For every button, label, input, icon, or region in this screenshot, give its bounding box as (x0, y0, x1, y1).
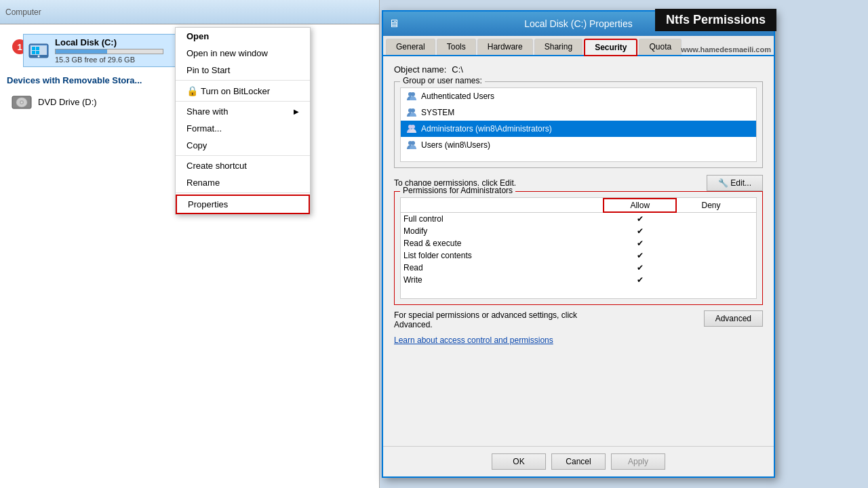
perm-allow-modify: ✔ (604, 225, 676, 237)
user-item-users[interactable]: Users (win8\Users) (401, 137, 756, 153)
context-menu: Open Open in new window Pin to Start 🔒 T… (175, 27, 311, 215)
svg-point-17 (411, 125, 415, 129)
website-text: www.hamedesmaeili.com (681, 45, 771, 54)
svg-rect-6 (32, 51, 35, 54)
perm-name-header (401, 199, 604, 212)
perm-deny-fullcontrol (676, 212, 745, 225)
perm-deny-read (676, 262, 745, 274)
properties-dialog: Ntfs Permissions 🖥 Local Disk (C:) Prope… (382, 10, 775, 478)
perm-name-modify: Modify (401, 225, 604, 237)
edit-button[interactable]: 🔧 Edit... (707, 175, 763, 191)
perm-scroll-spacer (745, 199, 756, 212)
perm-name-read-execute: Read & execute (401, 237, 604, 249)
perm-row-modify: Modify ✔ (401, 225, 756, 237)
drive-name: Local Disk (C:) (55, 37, 195, 47)
apply-button[interactable]: Apply (611, 453, 665, 470)
perm-allow-write: ✔ (604, 274, 676, 286)
user-icon-users (406, 140, 417, 150)
learn-link[interactable]: Learn about access control and permissio… (394, 336, 553, 345)
perm-row-read: Read ✔ (401, 262, 756, 274)
advanced-button[interactable]: Advanced (704, 310, 763, 327)
advanced-section: For special permissions or advanced sett… (394, 310, 763, 329)
drive-item-c[interactable]: Local Disk (C:) 15.3 GB free of 29.6 GB (23, 34, 199, 67)
perm-allow-fullcontrol: ✔ (604, 212, 676, 225)
user-item-authenticated[interactable]: Authenticated Users (401, 88, 756, 104)
drive-space: 15.3 GB free of 29.6 GB (55, 56, 195, 64)
menu-separator-3 (176, 155, 310, 156)
titlebar-icon: 🖥 (389, 18, 399, 30)
explorer-header-text: Computer (5, 7, 41, 17)
svg-rect-7 (36, 51, 39, 54)
menu-item-bitlocker[interactable]: 🔒 Turn on BitLocker (176, 82, 310, 100)
explorer-panel: Computer 1 (0, 0, 380, 488)
dvd-icon (11, 91, 33, 113)
perm-name-read: Read (401, 262, 604, 274)
permissions-table: Allow Deny Full control ✔ Modify (401, 198, 756, 286)
tab-sharing[interactable]: Sharing (534, 39, 583, 55)
dvd-item[interactable]: DVD Drive (D:) (7, 88, 142, 115)
drive-bar (56, 49, 107, 54)
drive-bar-container (55, 49, 163, 54)
permissions-group-title: Permissions for Administrators (400, 186, 515, 195)
perm-name-write: Write (401, 274, 604, 286)
dialog-content: Object name: C:\ Group or user names: Au… (383, 56, 774, 359)
perm-allow-list-folder: ✔ (604, 249, 676, 262)
menu-separator-4 (176, 192, 310, 193)
group-users-box: Group or user names: Authenticated Users (394, 81, 763, 168)
menu-item-open[interactable]: Open (176, 28, 310, 45)
cancel-button[interactable]: Cancel (551, 453, 606, 470)
perm-allow-read: ✔ (604, 262, 676, 274)
perm-row-read-execute: Read & execute ✔ (401, 237, 756, 249)
permissions-scroll[interactable]: Allow Deny Full control ✔ Modify (400, 197, 757, 299)
perm-row-fullcontrol: Full control ✔ (401, 212, 756, 225)
drive-info: Local Disk (C:) 15.3 GB free of 29.6 GB (55, 37, 195, 64)
dialog-buttons: OK Cancel Apply (383, 446, 774, 476)
tab-general[interactable]: General (386, 39, 435, 55)
perm-name-fullcontrol: Full control (401, 212, 604, 225)
menu-separator-1 (176, 80, 310, 81)
menu-item-shortcut[interactable]: Create shortcut (176, 157, 310, 174)
svg-rect-5 (36, 47, 39, 50)
perm-allow-read-execute: ✔ (604, 237, 676, 249)
explorer-header: Computer (0, 0, 379, 24)
tab-tools[interactable]: Tools (437, 39, 476, 55)
perm-deny-header: Deny (676, 199, 745, 212)
menu-item-format[interactable]: Format... (176, 120, 310, 137)
object-name-value: C:\ (452, 64, 463, 75)
perm-row-list-folder: List folder contents ✔ (401, 249, 756, 262)
menu-separator-2 (176, 101, 310, 102)
menu-item-properties[interactable]: Properties (176, 195, 310, 214)
ok-button[interactable]: OK (492, 453, 546, 470)
tab-security[interactable]: Security (584, 39, 637, 56)
svg-point-3 (38, 55, 40, 57)
menu-item-rename[interactable]: Rename (176, 174, 310, 191)
edit-button-label: Edit... (730, 178, 751, 188)
tab-quota[interactable]: Quota (639, 39, 682, 55)
user-item-system[interactable]: SYSTEM (401, 104, 756, 121)
dvd-name: DVD Drive (D:) (38, 97, 97, 107)
svg-point-13 (411, 92, 415, 96)
perm-deny-write (676, 274, 745, 286)
advanced-text: For special permissions or advanced sett… (394, 310, 604, 329)
group-users-title: Group or user names: (400, 76, 485, 85)
menu-item-open-new[interactable]: Open in new window (176, 45, 310, 62)
perm-deny-read-execute (676, 237, 745, 249)
menu-item-pin[interactable]: Pin to Start (176, 62, 310, 79)
tab-hardware[interactable]: Hardware (477, 39, 533, 55)
user-icon-admins (406, 123, 417, 134)
menu-item-copy[interactable]: Copy (176, 137, 310, 154)
svg-rect-4 (32, 47, 35, 50)
svg-point-15 (411, 108, 415, 113)
edit-button-icon: 🔧 (718, 178, 728, 188)
object-name-label: Object name: (394, 64, 446, 75)
user-icon-authenticated (406, 91, 417, 102)
perm-allow-header: Allow (604, 199, 676, 212)
object-name-row: Object name: C:\ (394, 64, 763, 75)
perm-deny-list-folder (676, 249, 745, 262)
permissions-group: Permissions for Administrators Allow Den… (394, 191, 763, 305)
svg-point-11 (21, 102, 23, 104)
menu-item-share[interactable]: Share with ▶ (176, 103, 310, 120)
user-icon-system (406, 107, 417, 118)
user-item-admins[interactable]: Administrators (win8\Administrators) (401, 121, 756, 137)
learn-link-row: Learn about access control and permissio… (394, 335, 763, 345)
